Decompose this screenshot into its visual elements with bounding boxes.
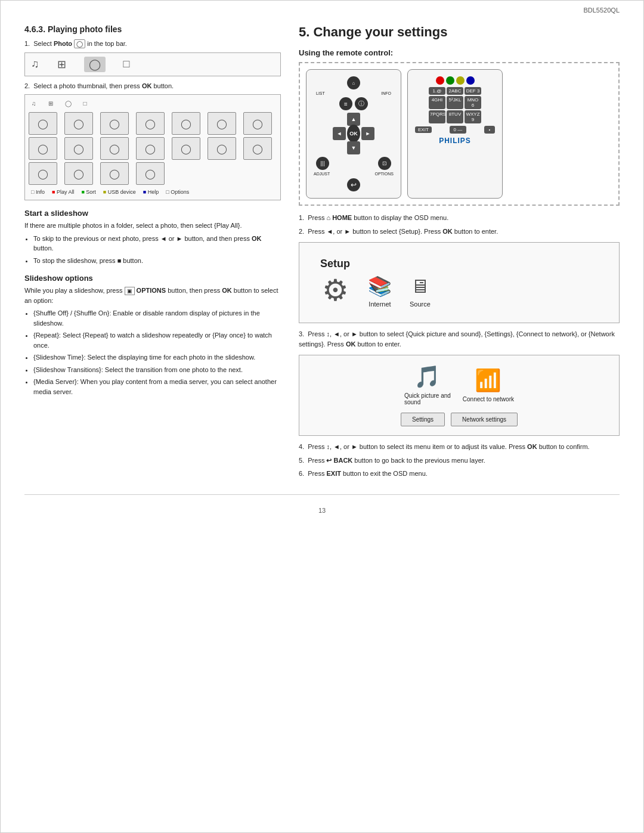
help-label: ■ Help [143, 189, 159, 195]
photo-icon-selected: ◯ [84, 57, 106, 72]
connect-network-label: Connect to network [463, 396, 514, 402]
photo-cell: ◯ [29, 162, 57, 185]
num-3: DEF 3 [465, 87, 481, 95]
photo-cell: ◯ [100, 137, 129, 160]
photo-cell: ◯ [100, 162, 129, 185]
info-icon: ⓘ [355, 97, 368, 110]
blue-button [466, 76, 475, 85]
gear-icon: ⚙ [322, 273, 349, 308]
right-step2: 2. Press ◄, or ► button to select {Setup… [299, 227, 620, 237]
photo-cell: ◯ [136, 162, 165, 185]
page-divider [24, 494, 620, 495]
model-number: BDL5520QL [583, 7, 620, 14]
num-7: 7PQRS [429, 110, 445, 123]
num-4: 4GHI [429, 96, 445, 109]
connect-network-icon: 📶 [475, 368, 501, 393]
bullet-item: To skip to the previous or next photo, p… [33, 234, 281, 253]
remote-home-row: ⌂ [311, 76, 396, 89]
setup-menu-box: Setup ⚙ 📚 Internet 🖥 Source [299, 242, 620, 323]
slideshow-options-intro: While you play a slideshow, press ▣ OPTI… [24, 286, 281, 305]
list-label: LIST [316, 91, 325, 95]
connect-network-item: 📶 Connect to network [463, 368, 514, 402]
option-item: {Slideshow Time}: Select the displaying … [33, 352, 281, 363]
options-label: □ Options [166, 189, 189, 195]
photo-cell: ◯ [64, 162, 93, 185]
home-button-icon: ⌂ [347, 76, 360, 89]
photo-topbar: ♫ ⊞ ◯ □ [24, 52, 281, 76]
remote-list-info-row: LIST INFO [311, 91, 396, 95]
remote-nav: ▲ ◄ OK ► ▼ [311, 113, 396, 154]
internet-icon-item: 📚 Internet [368, 275, 392, 308]
green-button [446, 76, 454, 85]
back-button-icon: ↩ [347, 178, 360, 191]
remote-menu-row: ≡ ⓘ [311, 97, 396, 110]
option-item: {Slideshow Transitions}: Select the tran… [33, 365, 281, 375]
num-8: 8TUV [447, 110, 463, 123]
pg-music-icon: ♫ [32, 100, 36, 107]
play-all-label: ■ Play All [52, 189, 74, 195]
remote-back-row: ↩ [311, 178, 396, 191]
source-icon-item: 🖥 Source [410, 275, 431, 308]
remote-left-panel: ⌂ LIST INFO ≡ ⓘ ▲ [306, 69, 401, 199]
photo-cell: ◯ [243, 112, 272, 135]
nav-up-button: ▲ [347, 113, 360, 126]
nav-down-button: ▼ [347, 141, 360, 154]
yellow-button [456, 76, 465, 85]
internet-icon: 📚 [368, 275, 392, 298]
red-button [436, 76, 444, 85]
menu-icon: ≡ [339, 97, 352, 110]
pg-photo-icon: ◯ [65, 100, 72, 107]
nav-left-button: ◄ [333, 127, 346, 140]
step2-text: 2. Select a photo thumbnail, then press … [24, 81, 281, 91]
photo-cell: ◯ [208, 137, 236, 160]
num-1: 1.@ [429, 87, 445, 95]
photo-cell: ◯ [172, 137, 200, 160]
photo-cell: ◯ [100, 112, 129, 135]
quick-picture-icon: 🎵 [414, 364, 441, 389]
photo-grid-box: ♫ ⊞ ◯ □ ◯ ◯ ◯ ◯ ◯ ◯ ◯ ◯ ◯ ◯ [24, 94, 281, 200]
num-0: 0 — [450, 126, 466, 134]
right-step6: 6. Press EXIT button to exit the OSD men… [299, 469, 620, 479]
right-step1: 1. Press ⌂ HOME button to display the OS… [299, 213, 620, 223]
page-number: 13 [24, 507, 620, 514]
network-settings-button: Network settings [451, 413, 518, 426]
photo-cell: ◯ [29, 137, 57, 160]
option-item: {Media Server}: When you play content fr… [33, 377, 281, 397]
page: BDL5520QL 4.6.3. Playing photo files 1. … [0, 0, 644, 833]
using-remote-heading: Using the remote control: [299, 48, 620, 57]
left-column: 4.6.3. Playing photo files 1. Select Pho… [24, 24, 281, 482]
photo-cell: ◯ [136, 112, 165, 135]
setup-icon-item: Setup ⚙ [320, 258, 350, 308]
source-monitor-icon: 🖥 [410, 275, 429, 298]
slideshow-options-heading: Slideshow options [24, 274, 281, 283]
quick-picture-label: Quick picture andsound [404, 392, 451, 405]
photo-cell: ◯ [172, 112, 200, 135]
photo-cell: ◯ [64, 112, 93, 135]
remote-control-area: ⌂ LIST INFO ≡ ⓘ ▲ [299, 62, 620, 206]
exit-button: EXIT [415, 126, 432, 133]
photo-cell: ◯ [208, 112, 236, 135]
right-step5: 5. Press ↩ BACK button to go back to the… [299, 456, 620, 466]
num-6: MNO 6 [465, 96, 481, 109]
photo-grid: ◯ ◯ ◯ ◯ ◯ ◯ ◯ ◯ ◯ ◯ ◯ ◯ ◯ ◯ ◯ [29, 112, 277, 185]
settings-sub-box: 🎵 Quick picture andsound 📶 Connect to ne… [299, 355, 620, 436]
options-list: {Shuffle Off} / {Shuffle On}: Enable or … [33, 308, 281, 397]
photo-cell: ◯ [136, 137, 165, 160]
numpad: 1.@ 2ABC DEF 3 4GHI 5²JKL MNO 6 7PQRS 8T… [413, 87, 497, 123]
right-column: 5. Change your settings Using the remote… [299, 24, 620, 482]
philips-logo: PHILIPS [413, 137, 497, 145]
slideshow-bullets: To skip to the previous or next photo, p… [33, 234, 281, 266]
usb-label: ■ USB device [103, 189, 136, 195]
section-title-5: 5. Change your settings [299, 24, 620, 40]
num-5: 5²JKL [447, 96, 463, 109]
right-step3: 3. Press ↕, ◄, or ► button to select {Qu… [299, 329, 620, 349]
source-label: Source [410, 301, 431, 308]
pg-grid-icon: ⊞ [48, 100, 53, 107]
photo-cell: ◯ [29, 112, 57, 135]
nav-right-button: ► [361, 127, 374, 140]
photo-grid-topbar: ♫ ⊞ ◯ □ [29, 98, 277, 109]
music-icon: ♫ [31, 58, 39, 70]
photo-cell: ◯ [243, 137, 272, 160]
adjust-label: ADJUST [314, 172, 330, 176]
volume-icon: ||| [316, 157, 329, 170]
